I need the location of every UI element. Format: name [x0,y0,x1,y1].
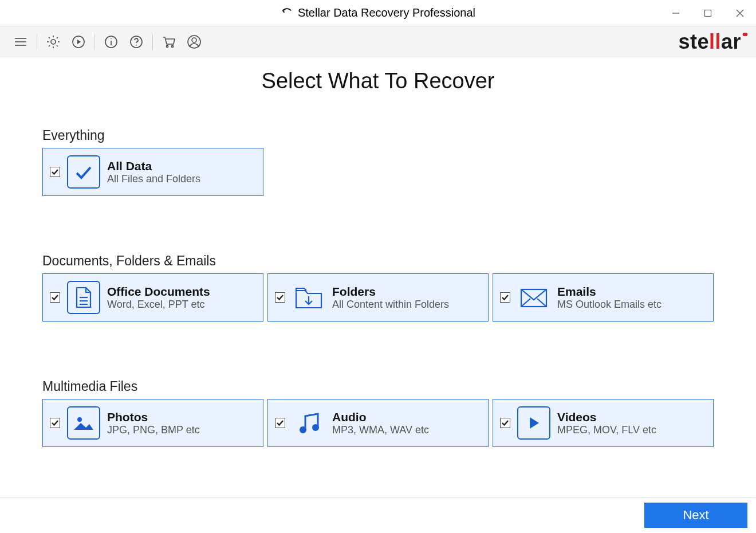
brand-ll: ll [709,30,721,53]
checkbox-audio[interactable] [275,418,285,428]
card-subtitle: All Content within Folders [332,299,449,311]
card-subtitle: All Files and Folders [107,173,200,186]
next-button[interactable]: Next [644,503,747,528]
svg-marker-29 [530,417,539,429]
main-content: Select What To Recover Everything All Da… [0,69,756,447]
document-icon [67,281,100,314]
info-button[interactable] [102,33,120,51]
minimize-button[interactable] [660,0,692,26]
card-title: All Data [107,159,200,173]
card-all-data[interactable]: All Data All Files and Folders [42,148,263,196]
card-subtitle: MS Outlook Emails etc [557,299,662,311]
section-documents: Documents, Folders & Emails Office Docum… [42,253,714,322]
card-folders[interactable]: Folders All Content within Folders [267,273,489,322]
card-subtitle: Word, Excel, PPT etc [107,299,210,311]
svg-point-16 [171,45,173,47]
card-audio[interactable]: Audio MP3, WMA, WAV etc [267,399,489,447]
title-bar-center: Stellar Data Recovery Professional [0,5,756,21]
checkbox-videos[interactable] [500,418,510,428]
svg-point-14 [136,45,137,46]
checkbox-all-data[interactable] [50,167,60,177]
card-emails[interactable]: Emails MS Outlook Emails etc [493,273,714,322]
toolbar: stellar•• [0,26,756,57]
menu-button[interactable] [11,33,30,51]
folder-icon [292,281,325,314]
svg-point-15 [166,45,168,47]
card-photos[interactable]: Photos JPG, PNG, BMP etc [42,399,263,447]
card-subtitle: MP3, WMA, WAV etc [332,424,429,437]
card-title: Photos [107,410,200,424]
resume-recovery-button[interactable] [69,33,88,51]
section-everything: Everything All Data All Files and Folder… [42,128,714,196]
maximize-button[interactable] [692,0,724,26]
svg-point-27 [300,426,306,433]
svg-marker-9 [77,40,81,44]
page-title: Select What To Recover [42,69,714,93]
svg-point-18 [192,38,196,42]
user-button[interactable] [185,33,203,51]
svg-line-24 [521,299,530,307]
video-icon [517,406,550,440]
back-icon[interactable] [281,5,293,21]
card-title: Audio [332,410,429,424]
svg-line-25 [537,299,546,307]
cart-button[interactable] [160,33,178,51]
checkbox-emails[interactable] [500,292,510,303]
close-button[interactable] [724,0,756,26]
card-title: Emails [557,284,662,299]
app-title: Stellar Data Recovery Professional [298,6,475,19]
card-subtitle: JPG, PNG, BMP etc [107,424,200,437]
card-title: Videos [557,410,656,424]
svg-point-28 [312,424,319,431]
toolbar-separator [37,34,37,50]
title-bar: Stellar Data Recovery Professional [0,0,756,26]
photo-icon [67,406,100,440]
card-title: Folders [332,284,449,299]
checkbox-office-documents[interactable] [50,292,60,303]
bottom-bar: Next [0,497,756,533]
settings-button[interactable] [44,33,62,51]
section-multimedia: Multimedia Files Photos JPG, PNG, BMP et… [42,379,714,447]
svg-rect-1 [705,10,711,17]
help-button[interactable] [127,33,145,51]
card-office-documents[interactable]: Office Documents Word, Excel, PPT etc [42,273,263,322]
mail-icon [517,281,550,314]
brand-logo: stellar•• [678,30,745,54]
svg-point-26 [77,417,82,422]
brand-post: ar [721,30,741,53]
card-title: Office Documents [107,284,210,299]
check-icon [67,155,100,189]
audio-icon [292,406,325,440]
checkbox-photos[interactable] [50,418,60,428]
section-heading-documents: Documents, Folders & Emails [42,253,714,269]
brand-pre: ste [678,30,709,53]
window-controls [660,0,756,26]
checkbox-folders[interactable] [275,292,285,303]
section-heading-everything: Everything [42,128,714,143]
brand-dots-icon: •• [742,28,746,41]
section-heading-multimedia: Multimedia Files [42,379,714,394]
card-subtitle: MPEG, MOV, FLV etc [557,424,656,437]
svg-point-12 [111,38,112,39]
svg-point-7 [51,40,56,44]
card-videos[interactable]: Videos MPEG, MOV, FLV etc [493,399,714,447]
toolbar-separator [152,34,153,50]
toolbar-separator [94,34,95,50]
